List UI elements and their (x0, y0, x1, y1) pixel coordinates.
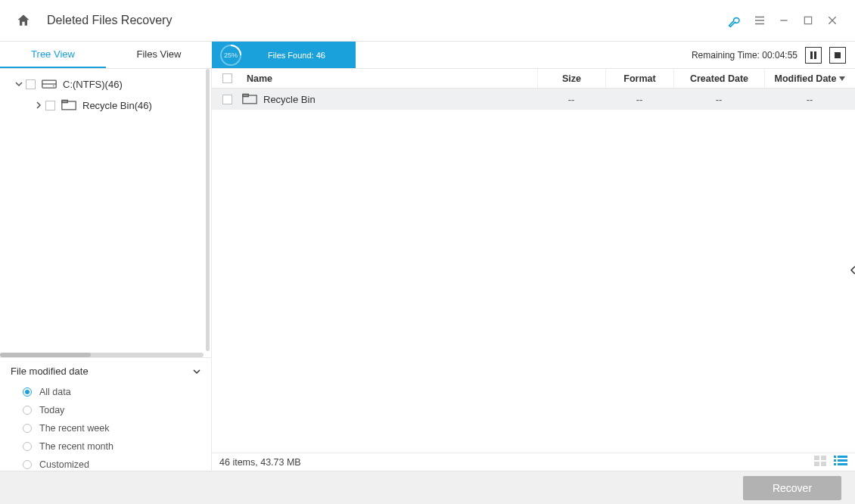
expand-collapse-icon[interactable] (14, 79, 24, 90)
home-button[interactable] (15, 12, 32, 29)
stop-button[interactable] (829, 47, 846, 64)
filter-heading-label: File modified date (11, 366, 89, 377)
key-icon (728, 13, 743, 28)
grid-view-icon (814, 456, 828, 466)
tree-checkbox[interactable] (26, 79, 36, 89)
view-mode-buttons (814, 456, 847, 468)
radio-icon (23, 442, 32, 451)
svg-rect-3 (814, 51, 816, 59)
remaining-time-label: Remaining Time: 00:04:55 (692, 50, 797, 61)
close-button[interactable] (820, 8, 844, 33)
minimize-button[interactable] (772, 8, 796, 33)
select-all-checkbox[interactable] (222, 73, 232, 83)
svg-rect-0 (804, 17, 811, 23)
tree-node-label: C:(NTFS)(46) (63, 79, 123, 90)
files-found-label: Files Found: 46 (244, 51, 356, 60)
filter-option-week[interactable]: The recent week (11, 419, 201, 437)
file-list-panel: Name Size Format Created Date Modified D… (212, 69, 855, 471)
chevron-down-icon (15, 80, 23, 88)
svg-rect-2 (810, 51, 813, 59)
panel-expand-handle[interactable] (849, 253, 855, 288)
folder-icon (242, 93, 257, 105)
svg-rect-17 (838, 456, 847, 458)
toolbar: Tree View Files View 25% Files Found: 46… (0, 42, 855, 69)
progress-ring: 25% (218, 42, 244, 68)
svg-rect-15 (821, 462, 826, 466)
filter-option-custom[interactable]: Customized (11, 456, 201, 474)
tree-node-child[interactable]: Recycle Bin(46) (0, 95, 211, 116)
list-view-icon (834, 456, 847, 466)
pause-icon (810, 51, 817, 59)
page-title: Deleted Files Recovery (47, 14, 172, 27)
chevron-left-icon (850, 266, 855, 275)
svg-rect-16 (834, 456, 836, 458)
filter-option-label: The recent month (39, 441, 113, 452)
filter-option-today[interactable]: Today (11, 401, 201, 419)
radio-icon (23, 424, 32, 433)
tab-tree-view[interactable]: Tree View (0, 42, 106, 68)
close-icon (826, 14, 838, 26)
tree-vertical-scrollbar[interactable] (206, 69, 210, 351)
column-header-modified[interactable]: Modified Date (764, 69, 855, 88)
main-area: C:(NTFS)(46) Recycle Bin(46) Fi (0, 69, 855, 471)
tab-files-view[interactable]: Files View (106, 42, 212, 68)
chevron-right-icon (35, 101, 42, 109)
tree-node-label: Recycle Bin(46) (82, 100, 152, 111)
row-name: Recycle Bin (263, 94, 316, 105)
column-header-created[interactable]: Created Date (673, 69, 764, 88)
maximize-icon (803, 15, 813, 26)
row-checkbox[interactable] (222, 95, 232, 104)
table-header: Name Size Format Created Date Modified D… (212, 69, 855, 89)
tree-checkbox[interactable] (45, 101, 55, 110)
svg-rect-4 (835, 52, 841, 58)
table-body: Recycle Bin -- -- -- -- (212, 89, 855, 453)
app-window: Deleted Files Recovery Tree View Files V… (0, 0, 855, 504)
row-size: -- (537, 94, 605, 105)
svg-rect-12 (814, 456, 819, 460)
svg-rect-13 (821, 456, 826, 460)
row-format: -- (605, 94, 673, 105)
list-view-button[interactable] (834, 456, 847, 468)
pause-button[interactable] (805, 47, 822, 64)
column-header-name[interactable]: Name (242, 73, 537, 84)
svg-rect-18 (834, 459, 836, 462)
table-row[interactable]: Recycle Bin -- -- -- -- (212, 89, 855, 110)
folder-icon (61, 99, 76, 111)
filter-option-label: Today (39, 405, 64, 415)
view-tabs: Tree View Files View (0, 42, 212, 68)
drive-icon (42, 78, 57, 90)
tree-horizontal-scrollbar[interactable] (0, 353, 204, 357)
footer: Recover (0, 471, 855, 504)
radio-icon (23, 460, 32, 469)
menu-icon (753, 14, 766, 27)
filter-option-month[interactable]: The recent month (11, 437, 201, 456)
filter-heading[interactable]: File modified date (11, 366, 201, 377)
left-panel: C:(NTFS)(46) Recycle Bin(46) Fi (0, 69, 212, 471)
svg-point-7 (53, 86, 54, 87)
key-button[interactable] (723, 8, 748, 33)
tree-node-root[interactable]: C:(NTFS)(46) (0, 73, 211, 95)
status-summary: 46 items, 43.73 MB (219, 457, 301, 468)
column-header-format[interactable]: Format (605, 69, 673, 88)
expand-collapse-icon[interactable] (33, 100, 44, 111)
row-modified: -- (764, 94, 855, 105)
menu-button[interactable] (748, 8, 772, 33)
column-header-modified-label: Modified Date (775, 73, 837, 84)
grid-view-button[interactable] (814, 456, 828, 468)
tree: C:(NTFS)(46) Recycle Bin(46) (0, 69, 211, 357)
row-created: -- (673, 94, 764, 105)
svg-rect-20 (834, 463, 836, 465)
filter-option-label: The recent week (39, 423, 109, 434)
svg-rect-19 (838, 459, 847, 462)
svg-rect-21 (838, 463, 847, 465)
home-icon (16, 13, 31, 28)
maximize-button[interactable] (796, 8, 820, 33)
status-bar: 46 items, 43.73 MB (212, 453, 855, 471)
filter-option-label: All data (39, 387, 71, 397)
filter-panel: File modified date All data Today The re… (0, 357, 211, 471)
radio-icon (23, 406, 32, 415)
filter-option-all[interactable]: All data (11, 383, 201, 401)
recover-button[interactable]: Recover (743, 476, 841, 500)
sort-desc-icon (839, 76, 845, 82)
column-header-size[interactable]: Size (537, 69, 605, 88)
